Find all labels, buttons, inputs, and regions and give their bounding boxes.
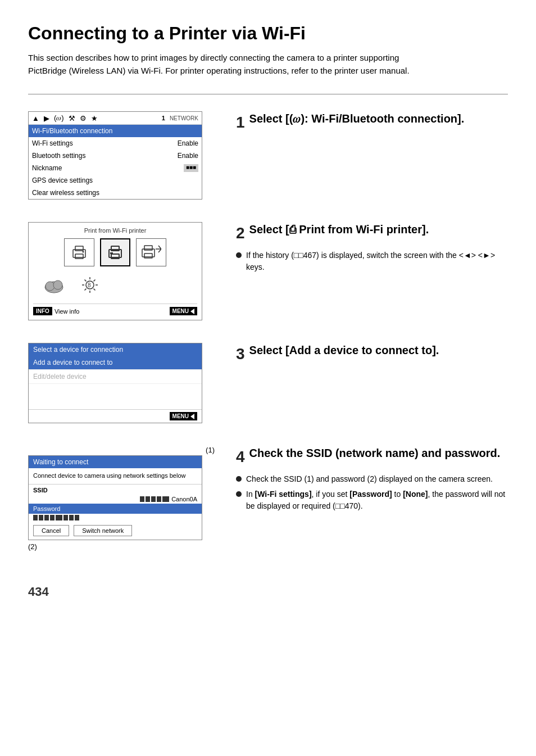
screen3-mockup: Select a device for connection Add a dev… bbox=[28, 343, 202, 423]
page-number: 434 bbox=[28, 585, 508, 599]
screen1-menu-clear-wireless: Clear wireless settings bbox=[29, 187, 202, 199]
star-icon: ★ bbox=[91, 114, 98, 123]
camera-icon: ▲ bbox=[32, 114, 39, 123]
svg-point-13 bbox=[53, 280, 62, 289]
step-3-row: Select a device for connection Add a dev… bbox=[28, 343, 508, 423]
step-2-body: If the history (□□467) is displayed, swi… bbox=[236, 250, 508, 273]
bullet-dot-4-2 bbox=[236, 491, 242, 497]
bullet-dot-4-1 bbox=[236, 476, 242, 482]
screen2-printer3-icon bbox=[136, 238, 166, 266]
screen1-menu-nickname: Nickname ■■■ bbox=[29, 162, 202, 174]
step-4-bullet-1-text: Check the SSID (1) and password (2) disp… bbox=[246, 473, 493, 485]
screen2-icons-row2: 8 bbox=[39, 271, 197, 299]
step-2-title: 2 Select [⎙ Print from Wi-Fi printer]. bbox=[236, 222, 508, 243]
screen3-bottom: MENU bbox=[29, 409, 202, 423]
step-4-bullet-2: In [Wi-Fi settings], if you set [Passwor… bbox=[236, 488, 508, 512]
step-4-row: (1) Waiting to connect Connect device to… bbox=[28, 446, 508, 550]
step-3-content: 3 Select [Add a device to connect to]. bbox=[236, 343, 508, 370]
step-3-number: 3 bbox=[236, 344, 245, 364]
step-4-content: 4 Check the SSID (network name) and pass… bbox=[236, 446, 508, 515]
screen2-printer1-icon bbox=[64, 238, 94, 266]
page-title: Connecting to a Printer via Wi-Fi bbox=[28, 22, 508, 44]
step-4-bullet-1: Check the SSID (1) and password (2) disp… bbox=[236, 473, 508, 485]
step-1-row: ▲ ▶ (𝜔) ⚒ ⚙ ★ 1 NETWORK Wi-Fi/Bluetooth … bbox=[28, 111, 508, 200]
step-2-number: 2 bbox=[236, 223, 245, 243]
screen1-menu-wifi-settings: Wi-Fi settings Enable bbox=[29, 137, 202, 150]
step-2-screen: Print from Wi-Fi printer bbox=[28, 222, 219, 320]
screen2-label: Print from Wi-Fi printer bbox=[33, 227, 197, 234]
screen3-header: Select a device for connection bbox=[29, 343, 202, 356]
intro-paragraph: This section describes how to print imag… bbox=[28, 52, 410, 77]
step-4-title: 4 Check the SSID (network name) and pass… bbox=[236, 446, 508, 467]
svg-rect-7 bbox=[110, 252, 113, 254]
screen1-menu-gps: GPS device settings bbox=[29, 174, 202, 187]
cancel-button[interactable]: Cancel bbox=[33, 525, 69, 536]
ssid-dot-blocks bbox=[140, 496, 169, 502]
screen4-ssid-label: SSID bbox=[29, 485, 202, 495]
annotation-1-label: (1) bbox=[28, 446, 219, 454]
step-3-screen: Select a device for connection Add a dev… bbox=[28, 343, 219, 423]
screen4-mockup: Waiting to connect Connect device to cam… bbox=[28, 455, 202, 540]
menu-arrow-icon-3 bbox=[190, 414, 194, 419]
screen4-ssid-value: Canon0A bbox=[171, 496, 197, 503]
screen4-connect-msg: Connect device to camera using network s… bbox=[29, 468, 202, 484]
screen3-spacer3 bbox=[29, 401, 202, 409]
menu-label-screen3: MENU bbox=[172, 413, 189, 419]
screen4-ssid-value-row: Canon0A bbox=[29, 495, 202, 504]
menu-arrow-icon bbox=[190, 309, 194, 314]
screen4-password-value bbox=[29, 514, 202, 522]
screen1-tab-number: 1 bbox=[162, 115, 165, 121]
wrench-icon: ⚒ bbox=[69, 114, 75, 123]
bullet-dot-1 bbox=[236, 252, 242, 258]
svg-rect-1 bbox=[75, 246, 83, 251]
menu-button-screen3[interactable]: MENU bbox=[170, 412, 197, 420]
nickname-value: ■■■ bbox=[184, 164, 198, 172]
section-divider bbox=[28, 94, 508, 94]
settings-icon: ⚙ bbox=[80, 114, 87, 123]
screen1-icons: ▲ ▶ (𝜔) ⚒ ⚙ ★ bbox=[32, 114, 98, 123]
screen1-menu-bluetooth-settings: Bluetooth settings Enable bbox=[29, 150, 202, 162]
screen4-password-label: Password bbox=[29, 504, 202, 514]
svg-point-3 bbox=[83, 251, 84, 253]
screen1-header: ▲ ▶ (𝜔) ⚒ ⚙ ★ 1 NETWORK bbox=[29, 112, 202, 125]
screen3-item-edit: Edit/delete device bbox=[29, 370, 202, 384]
menu-label-screen2: MENU bbox=[172, 308, 189, 314]
wifi-icon: (𝜔) bbox=[54, 114, 64, 123]
step-1-number: 1 bbox=[236, 112, 245, 133]
play-icon: ▶ bbox=[44, 114, 49, 123]
step-4-bullet-2-text: In [Wi-Fi settings], if you set [Passwor… bbox=[246, 488, 508, 512]
screen2-printer2-icon bbox=[100, 238, 130, 266]
screen1-mockup: ▲ ▶ (𝜔) ⚒ ⚙ ★ 1 NETWORK Wi-Fi/Bluetooth … bbox=[28, 111, 202, 200]
screen1-menu-wifi-bluetooth: Wi-Fi/Bluetooth connection bbox=[29, 125, 202, 137]
screen2-cloud-icon bbox=[39, 271, 69, 299]
svg-rect-2 bbox=[75, 254, 83, 259]
svg-rect-10 bbox=[144, 253, 152, 258]
step-4-screen: (1) Waiting to connect Connect device to… bbox=[28, 446, 219, 550]
step-4-number: 4 bbox=[236, 447, 245, 467]
step-2-bullet-text: If the history (□□467) is displayed, swi… bbox=[246, 250, 508, 273]
svg-text:8: 8 bbox=[88, 282, 91, 288]
step-2-bullet-1: If the history (□□467) is displayed, swi… bbox=[236, 250, 508, 273]
step-3-title: 3 Select [Add a device to connect to]. bbox=[236, 343, 508, 364]
svg-rect-9 bbox=[144, 246, 152, 250]
step-1-content: 1 Select [(𝜔): Wi-Fi/Bluetooth connectio… bbox=[236, 111, 508, 138]
screen3-spacer2 bbox=[29, 392, 202, 401]
steps-container: ▲ ▶ (𝜔) ⚒ ⚙ ★ 1 NETWORK Wi-Fi/Bluetooth … bbox=[28, 111, 508, 550]
switch-network-button[interactable]: Switch network bbox=[74, 525, 132, 536]
screen2-settings-icon: 8 bbox=[75, 271, 105, 299]
view-info-label: View info bbox=[54, 308, 79, 315]
screen3-item-add: Add a device to connect to bbox=[29, 356, 202, 370]
screen2-icons-row1 bbox=[33, 238, 197, 266]
screen2-bottom-bar: INFO View info MENU bbox=[33, 304, 197, 315]
menu-button-screen2[interactable]: MENU bbox=[170, 307, 197, 315]
screen4-waiting-label: Waiting to connect bbox=[29, 456, 202, 468]
step-1-screen: ▲ ▶ (𝜔) ⚒ ⚙ ★ 1 NETWORK Wi-Fi/Bluetooth … bbox=[28, 111, 219, 200]
screen1-network-label: NETWORK bbox=[170, 115, 198, 121]
info-button[interactable]: INFO bbox=[33, 307, 52, 315]
screen4-buttons-row: Cancel Switch network bbox=[29, 522, 202, 540]
step-2-content: 2 Select [⎙ Print from Wi-Fi printer]. I… bbox=[236, 222, 508, 276]
step-2-row: Print from Wi-Fi printer bbox=[28, 222, 508, 320]
screen2-mockup: Print from Wi-Fi printer bbox=[28, 222, 202, 320]
svg-point-12 bbox=[46, 282, 54, 291]
step-1-title: 1 Select [(𝜔): Wi-Fi/Bluetooth connectio… bbox=[236, 111, 508, 133]
